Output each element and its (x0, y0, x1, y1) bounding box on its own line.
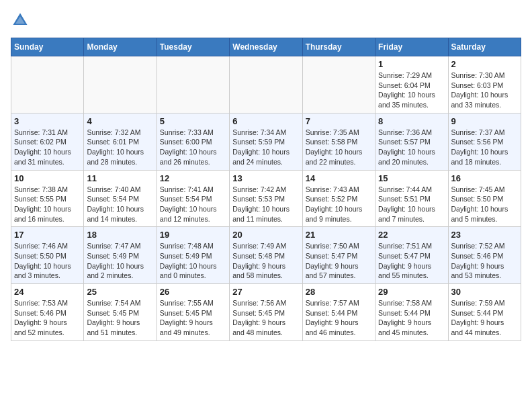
day-info: Sunrise: 7:34 AM Sunset: 5:59 PM Dayligh… (232, 128, 299, 167)
day-info: Sunrise: 7:32 AM Sunset: 6:01 PM Dayligh… (87, 128, 153, 167)
day-number: 27 (232, 287, 299, 297)
calendar-cell: 26Sunrise: 7:55 AM Sunset: 5:45 PM Dayli… (157, 284, 229, 341)
calendar-week-row: 24Sunrise: 7:53 AM Sunset: 5:46 PM Dayli… (11, 284, 521, 341)
calendar-cell: 11Sunrise: 7:40 AM Sunset: 5:54 PM Dayli… (84, 170, 157, 227)
day-info: Sunrise: 7:48 AM Sunset: 5:49 PM Dayligh… (160, 241, 226, 281)
weekday-header: Wednesday (230, 38, 302, 56)
day-number: 17 (14, 230, 81, 240)
calendar-week-row: 17Sunrise: 7:46 AM Sunset: 5:50 PM Dayli… (11, 227, 521, 284)
calendar-cell: 29Sunrise: 7:58 AM Sunset: 5:44 PM Dayli… (375, 284, 448, 341)
calendar-cell (11, 56, 84, 113)
calendar-table: SundayMondayTuesdayWednesdayThursdayFrid… (11, 38, 521, 341)
day-number: 12 (160, 173, 226, 183)
calendar-cell: 21Sunrise: 7:50 AM Sunset: 5:47 PM Dayli… (302, 227, 375, 284)
calendar-cell: 10Sunrise: 7:38 AM Sunset: 5:55 PM Dayli… (11, 170, 84, 227)
day-info: Sunrise: 7:31 AM Sunset: 6:02 PM Dayligh… (14, 128, 81, 167)
day-info: Sunrise: 7:43 AM Sunset: 5:52 PM Dayligh… (306, 185, 372, 224)
weekday-header: Thursday (302, 38, 375, 56)
day-number: 29 (378, 287, 445, 297)
calendar-cell: 12Sunrise: 7:41 AM Sunset: 5:54 PM Dayli… (157, 170, 229, 227)
day-number: 8 (378, 116, 445, 126)
day-info: Sunrise: 7:58 AM Sunset: 5:44 PM Dayligh… (378, 298, 445, 338)
day-info: Sunrise: 7:41 AM Sunset: 5:54 PM Dayligh… (160, 185, 226, 224)
calendar-week-row: 10Sunrise: 7:38 AM Sunset: 5:55 PM Dayli… (11, 170, 521, 227)
calendar-cell: 7Sunrise: 7:35 AM Sunset: 5:58 PM Daylig… (302, 113, 375, 170)
day-info: Sunrise: 7:37 AM Sunset: 5:56 PM Dayligh… (451, 128, 518, 167)
day-info: Sunrise: 7:46 AM Sunset: 5:50 PM Dayligh… (14, 241, 81, 281)
calendar-cell: 13Sunrise: 7:42 AM Sunset: 5:53 PM Dayli… (230, 170, 302, 227)
calendar-cell: 27Sunrise: 7:56 AM Sunset: 5:45 PM Dayli… (230, 284, 302, 341)
day-number: 14 (306, 173, 372, 183)
calendar-cell: 17Sunrise: 7:46 AM Sunset: 5:50 PM Dayli… (11, 227, 84, 284)
day-info: Sunrise: 7:55 AM Sunset: 5:45 PM Dayligh… (160, 298, 226, 338)
day-number: 11 (87, 173, 153, 183)
calendar-cell (157, 56, 229, 113)
day-info: Sunrise: 7:47 AM Sunset: 5:49 PM Dayligh… (87, 241, 153, 281)
weekday-header: Saturday (448, 38, 521, 56)
calendar-cell: 14Sunrise: 7:43 AM Sunset: 5:52 PM Dayli… (302, 170, 375, 227)
weekday-header: Friday (375, 38, 448, 56)
day-number: 7 (306, 116, 372, 126)
day-number: 28 (306, 287, 372, 297)
day-info: Sunrise: 7:59 AM Sunset: 5:44 PM Dayligh… (451, 298, 518, 338)
day-info: Sunrise: 7:33 AM Sunset: 6:00 PM Dayligh… (160, 128, 226, 167)
day-info: Sunrise: 7:38 AM Sunset: 5:55 PM Dayligh… (14, 185, 81, 224)
day-number: 2 (451, 59, 518, 69)
calendar-cell: 3Sunrise: 7:31 AM Sunset: 6:02 PM Daylig… (11, 113, 84, 170)
day-info: Sunrise: 7:56 AM Sunset: 5:45 PM Dayligh… (232, 298, 299, 338)
day-info: Sunrise: 7:42 AM Sunset: 5:53 PM Dayligh… (232, 185, 299, 224)
day-number: 23 (451, 230, 518, 240)
day-info: Sunrise: 7:36 AM Sunset: 5:57 PM Dayligh… (378, 128, 445, 167)
day-number: 15 (378, 173, 445, 183)
day-info: Sunrise: 7:54 AM Sunset: 5:45 PM Dayligh… (87, 298, 153, 338)
calendar-cell: 15Sunrise: 7:44 AM Sunset: 5:51 PM Dayli… (375, 170, 448, 227)
calendar-cell: 22Sunrise: 7:51 AM Sunset: 5:47 PM Dayli… (375, 227, 448, 284)
calendar-cell: 8Sunrise: 7:36 AM Sunset: 5:57 PM Daylig… (375, 113, 448, 170)
day-info: Sunrise: 7:29 AM Sunset: 6:04 PM Dayligh… (378, 71, 445, 110)
calendar-cell: 19Sunrise: 7:48 AM Sunset: 5:49 PM Dayli… (157, 227, 229, 284)
day-number: 22 (378, 230, 445, 240)
day-number: 13 (232, 173, 299, 183)
calendar-cell: 30Sunrise: 7:59 AM Sunset: 5:44 PM Dayli… (448, 284, 521, 341)
weekday-header: Sunday (11, 38, 84, 56)
day-number: 10 (14, 173, 81, 183)
calendar-cell: 24Sunrise: 7:53 AM Sunset: 5:46 PM Dayli… (11, 284, 84, 341)
day-number: 19 (160, 230, 226, 240)
day-number: 4 (87, 116, 153, 126)
day-info: Sunrise: 7:50 AM Sunset: 5:47 PM Dayligh… (306, 241, 372, 281)
day-number: 30 (451, 287, 518, 297)
day-info: Sunrise: 7:57 AM Sunset: 5:44 PM Dayligh… (306, 298, 372, 338)
day-info: Sunrise: 7:40 AM Sunset: 5:54 PM Dayligh… (87, 185, 153, 224)
calendar-cell (230, 56, 302, 113)
day-info: Sunrise: 7:51 AM Sunset: 5:47 PM Dayligh… (378, 241, 445, 281)
calendar-header-row: SundayMondayTuesdayWednesdayThursdayFrid… (11, 38, 521, 56)
calendar-cell: 1Sunrise: 7:29 AM Sunset: 6:04 PM Daylig… (375, 56, 448, 113)
calendar-cell: 16Sunrise: 7:45 AM Sunset: 5:50 PM Dayli… (448, 170, 521, 227)
calendar-cell: 18Sunrise: 7:47 AM Sunset: 5:49 PM Dayli… (84, 227, 157, 284)
day-number: 6 (232, 116, 299, 126)
day-number: 25 (87, 287, 153, 297)
day-number: 5 (160, 116, 226, 126)
calendar-cell (84, 56, 157, 113)
calendar-cell: 4Sunrise: 7:32 AM Sunset: 6:01 PM Daylig… (84, 113, 157, 170)
calendar-cell: 5Sunrise: 7:33 AM Sunset: 6:00 PM Daylig… (157, 113, 229, 170)
calendar-week-row: 3Sunrise: 7:31 AM Sunset: 6:02 PM Daylig… (11, 113, 521, 170)
calendar-cell: 9Sunrise: 7:37 AM Sunset: 5:56 PM Daylig… (448, 113, 521, 170)
calendar-week-row: 1Sunrise: 7:29 AM Sunset: 6:04 PM Daylig… (11, 56, 521, 113)
day-number: 21 (306, 230, 372, 240)
calendar-cell: 23Sunrise: 7:52 AM Sunset: 5:46 PM Dayli… (448, 227, 521, 284)
weekday-header: Tuesday (157, 38, 229, 56)
day-number: 26 (160, 287, 226, 297)
day-info: Sunrise: 7:49 AM Sunset: 5:48 PM Dayligh… (232, 241, 299, 281)
calendar-cell: 20Sunrise: 7:49 AM Sunset: 5:48 PM Dayli… (230, 227, 302, 284)
day-number: 1 (378, 59, 445, 69)
day-info: Sunrise: 7:30 AM Sunset: 6:03 PM Dayligh… (451, 71, 518, 110)
day-info: Sunrise: 7:53 AM Sunset: 5:46 PM Dayligh… (14, 298, 81, 338)
calendar-cell: 6Sunrise: 7:34 AM Sunset: 5:59 PM Daylig… (230, 113, 302, 170)
calendar-cell (302, 56, 375, 113)
day-info: Sunrise: 7:44 AM Sunset: 5:51 PM Dayligh… (378, 185, 445, 224)
day-number: 3 (14, 116, 81, 126)
calendar-cell: 25Sunrise: 7:54 AM Sunset: 5:45 PM Dayli… (84, 284, 157, 341)
day-number: 24 (14, 287, 81, 297)
day-number: 20 (232, 230, 299, 240)
